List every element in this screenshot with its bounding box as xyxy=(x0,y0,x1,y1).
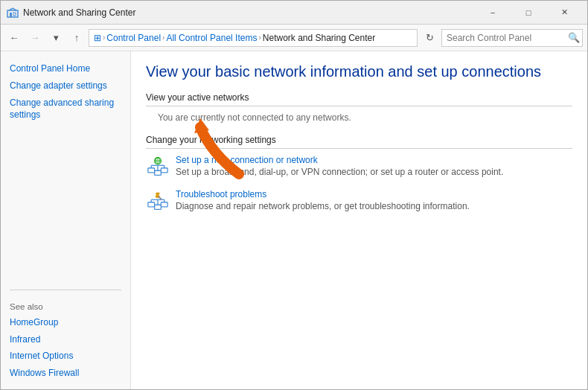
svg-line-23 xyxy=(159,196,162,199)
sidebar-item-internet-options[interactable]: Internet Options xyxy=(1,348,130,365)
svg-rect-18 xyxy=(161,202,167,207)
setup-connection-desc: Set up a broadband, dial-up, or VPN conn… xyxy=(176,167,503,177)
setup-connection-icon xyxy=(146,155,170,179)
refresh-button[interactable]: ↻ xyxy=(421,29,438,47)
svg-rect-0 xyxy=(7,10,18,17)
window-icon xyxy=(7,7,19,19)
troubleshoot-item: Troubleshoot problems Diagnose and repai… xyxy=(146,189,572,213)
sidebar-divider xyxy=(10,290,121,290)
search-input[interactable] xyxy=(441,29,583,47)
troubleshoot-text: Troubleshoot problems Diagnose and repai… xyxy=(176,189,470,211)
search-container: 🔍 xyxy=(441,29,583,47)
forward-button[interactable]: → xyxy=(26,29,44,47)
see-also-heading: See also xyxy=(1,296,130,314)
back-button[interactable]: ← xyxy=(5,29,23,47)
change-networking-heading: Change your networking settings xyxy=(146,135,572,149)
breadcrumb-home[interactable]: ⊞ xyxy=(94,33,101,43)
no-networks-text: You are currently not connected to any n… xyxy=(158,112,572,123)
window-controls: − □ ✕ xyxy=(476,1,581,25)
svg-rect-7 xyxy=(161,168,167,173)
close-button[interactable]: ✕ xyxy=(547,1,581,25)
sidebar-item-change-advanced[interactable]: Change advanced sharingsettings xyxy=(1,95,130,124)
sidebar-item-homegroup[interactable]: HomeGroup xyxy=(1,314,130,331)
svg-rect-1 xyxy=(10,13,12,17)
svg-rect-2 xyxy=(13,13,16,16)
maximize-button[interactable]: □ xyxy=(511,1,546,25)
setup-connection-item: Set up a new connection or network Set u… xyxy=(146,155,572,179)
window-title: Network and Sharing Center xyxy=(23,7,476,18)
setup-connection-link[interactable]: Set up a new connection or network xyxy=(176,155,503,165)
active-networks-heading: View your active networks xyxy=(146,92,572,106)
breadcrumb-control-panel[interactable]: Control Panel xyxy=(106,33,161,43)
sidebar-item-windows-firewall[interactable]: Windows Firewall xyxy=(1,365,130,382)
troubleshoot-link[interactable]: Troubleshoot problems xyxy=(176,189,470,199)
sidebar-item-infrared[interactable]: Infrared xyxy=(1,331,130,348)
breadcrumb-bar: ⊞ › Control Panel › All Control Panel It… xyxy=(89,29,418,47)
svg-rect-5 xyxy=(148,168,155,173)
up-button[interactable]: ↑ xyxy=(68,29,86,47)
sidebar-item-change-adapter[interactable]: Change adapter settings xyxy=(1,77,130,95)
main-layout: Control Panel Home Change adapter settin… xyxy=(1,51,587,390)
minimize-button[interactable]: − xyxy=(476,1,510,25)
networking-section: Change your networking settings xyxy=(146,135,572,213)
recent-locations-button[interactable]: ▾ xyxy=(47,29,65,47)
search-button[interactable]: 🔍 xyxy=(568,32,580,43)
sidebar: Control Panel Home Change adapter settin… xyxy=(1,51,131,390)
troubleshoot-icon xyxy=(146,189,170,213)
svg-rect-17 xyxy=(155,205,162,209)
page-title: View your basic network information and … xyxy=(146,63,572,80)
svg-rect-6 xyxy=(155,170,162,175)
breadcrumb-current: Network and Sharing Center xyxy=(263,33,375,43)
content-area: View your basic network information and … xyxy=(131,51,587,390)
sidebar-item-control-panel-home[interactable]: Control Panel Home xyxy=(1,60,130,77)
svg-rect-16 xyxy=(148,202,155,207)
troubleshoot-desc: Diagnose and repair network problems, or… xyxy=(176,201,470,211)
title-bar: Network and Sharing Center − □ ✕ xyxy=(1,1,587,25)
breadcrumb-all-items[interactable]: All Control Panel Items xyxy=(166,33,257,43)
address-bar: ← → ▾ ↑ ⊞ › Control Panel › All Control … xyxy=(1,25,587,51)
setup-connection-text: Set up a new connection or network Set u… xyxy=(176,155,503,177)
